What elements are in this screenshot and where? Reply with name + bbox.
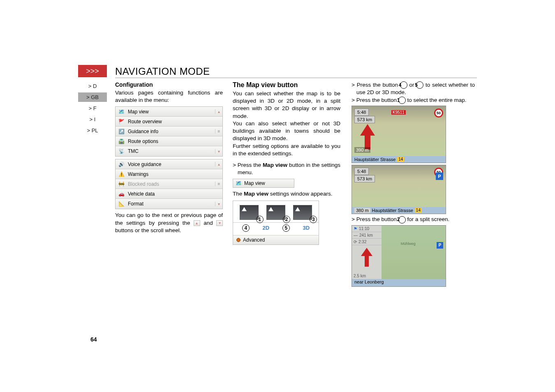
configuration-heading: Configuration [115,81,223,88]
column-3: > Press the button 4 or 5 to select whet… [352,81,475,367]
blocked-icon: 🚧 [116,181,127,187]
page-title: NAVIGATION MODE [115,66,210,77]
marker-1-ref: 1 [398,97,406,104]
column-2: The Map view button You can select wheth… [233,81,340,367]
remaining-dist: 573 km [354,175,375,182]
row-guidance-info[interactable]: ↗️ Guidance info ≡ [116,127,222,136]
config-list-1: 🗺️ Map view ▴ 🚩 Route overview ↗️ Guidan… [115,106,223,157]
mode-3d-label[interactable]: 3D [303,225,310,231]
scroll-down-icon[interactable]: ▾ [215,149,222,154]
row-label: Guidance info [127,129,215,134]
mapview-settings-panel: 1 2 3 4 2D 5 3D Advanced [233,201,319,245]
scroll-handle-icon[interactable]: ≡ [215,182,222,186]
lang-pl[interactable]: > PL [78,126,107,135]
row-route-overview[interactable]: 🚩 Route overview [116,117,222,127]
eta-time: 5:48 [354,168,369,175]
eta-time: 5:48 [354,108,369,116]
row-format[interactable]: 📐 Format ▾ [116,199,222,209]
bullet-1-entire: > Press the button 1 to select the entir… [356,97,475,104]
guidance-icon: ↗️ [116,129,127,134]
row-label: Vehicle data [127,191,215,197]
marker-4-ref: 4 [400,81,407,89]
lang-gb[interactable]: > GB [78,92,107,102]
maneuver-dist: 2.5 km [352,273,382,279]
mapview-p1: You can select whether the map is to be … [233,90,340,120]
gear-icon [236,238,240,242]
remaining-dist: —241 km [352,232,382,239]
flag-icon: 🚩 [116,119,127,125]
row-voice-guidance[interactable]: 🔊 Voice guidance ▴ [116,159,222,169]
maneuver-dist: 390 m [354,147,370,153]
eta-time: ⚑11:10 [352,226,382,232]
tmc-icon: 📡 [116,148,127,154]
thumb-3[interactable] [293,205,312,220]
mapview-heading: The Map view button [233,81,340,89]
map-icon: 🗺️ [236,180,242,186]
row-route-options[interactable]: 🛣️ Route options [116,136,222,146]
remaining-dist: 573 km [354,116,375,123]
marker-2: 2 [283,216,290,223]
parking-icon: P [436,173,443,180]
map-icon: 🗺️ [116,109,127,115]
scroll-instruction: You can go to the next or previous page … [115,212,223,234]
marker-3: 3 [310,216,317,223]
thumb-1[interactable] [240,205,259,220]
mapview-p2: You can also select whether or not 3D bu… [233,120,340,143]
warning-icon: ⚠️ [116,171,127,177]
scroll-up-icon[interactable]: ▴ [215,162,222,166]
street-marker: 14 [415,208,422,213]
marker-5: 5 [282,224,290,232]
marker-2-ref: 2 [398,216,406,224]
mapview-bullet1: > Press the Map view button in the setti… [238,161,340,176]
direction-arrow-icon [360,124,375,136]
street-marker: 14 [397,157,404,162]
format-icon: 📐 [116,201,127,207]
speed-limit-badge: 50 [434,108,443,118]
lang-i[interactable]: > I [78,115,107,124]
motorway-label: Mühlweg [401,242,416,246]
marker-4: 4 [242,224,250,232]
scroll-handle-icon[interactable]: ≡ [215,129,222,134]
bullet-4or5: > Press the button 4 or 5 to select whet… [356,81,475,97]
scroll-up-icon[interactable]: ▴ [215,109,222,114]
map-screenshot-split: ⚑11:10 —241 km ⟳2:32 2.5 km Mühlweg P ne… [352,225,446,287]
row-vehicle-data[interactable]: 🚗 Vehicle data [116,189,222,199]
direction-arrow-icon [361,248,372,256]
row-label: Blocked roads [127,181,215,187]
street-bar: near Leonberg [352,279,446,286]
chevron-banner: >>> [78,65,107,77]
row-label: Format [127,201,215,207]
lang-d[interactable]: > D [78,81,107,91]
street-bar: Hauptstätter Strasse14 [352,156,446,163]
mapview-p3: Further setting options are available to… [233,143,340,157]
thumb-2[interactable] [266,205,285,220]
scroll-down-icon[interactable]: ▾ [215,202,222,206]
mapview-appears: The Map view settings window appears. [233,190,340,198]
advanced-label[interactable]: Advanced [243,237,265,243]
row-tmc[interactable]: 📡 TMC ▾ [116,146,222,156]
row-blocked-roads[interactable]: 🚧 Blocked roads ≡ [116,179,222,189]
mode-2d-label[interactable]: 2D [263,225,270,231]
row-label: Map view [127,109,215,115]
bullet-2-split: > Press the button 2 for a split screen. [356,216,475,223]
column-1: Configuration Various pages containing f… [115,81,223,367]
page-number: 64 [90,336,97,343]
row-label: Warnings [127,171,215,177]
trip-time: ⟳2:32 [352,239,382,245]
configuration-intro: Various pages containing functions are a… [115,89,223,104]
map-view-button[interactable]: 🗺️ Map view [233,179,294,188]
language-nav: > D > GB > F > I > PL [78,81,107,135]
row-warnings[interactable]: ⚠️ Warnings [116,169,222,179]
marker-5-ref: 5 [416,81,423,89]
lang-f[interactable]: > F [78,104,107,113]
street-bar: 380 m Hauptstätter Strasse14 [352,207,446,214]
scroll-down-btn-icon: ▾ [216,220,223,226]
row-label: Voice guidance [127,161,215,167]
map-screenshot-3d: 5:48 573 km K9511 50 390 m Hauptstätter … [352,106,446,163]
title-rule [115,78,477,78]
road-marker: K9511 [391,110,406,115]
row-label: TMC [127,148,215,154]
map-view-btn-label: Map view [244,180,265,186]
row-label: Route options [127,138,215,144]
row-map-view[interactable]: 🗺️ Map view ▴ [116,107,222,117]
